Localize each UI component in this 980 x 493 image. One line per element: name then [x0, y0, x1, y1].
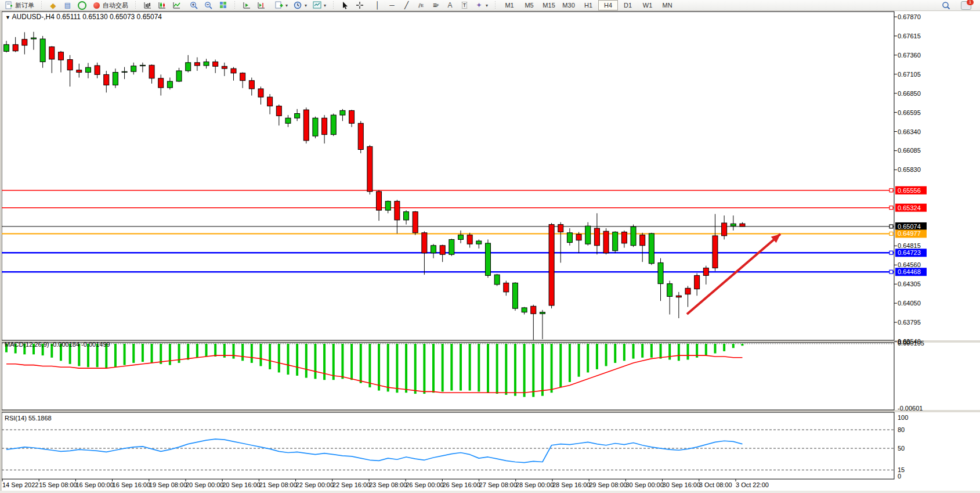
- crosshair-button[interactable]: [352, 0, 367, 11]
- autotrading-button[interactable]: 自动交易: [89, 0, 131, 11]
- fibonacci-button[interactable]: ≣F: [428, 0, 443, 11]
- timeframe-button-m30[interactable]: M30: [559, 0, 578, 10]
- zoom-in-button[interactable]: [187, 0, 201, 11]
- candle-bearish: [422, 233, 427, 253]
- window-bottom-edge: [0, 491, 980, 493]
- candle-bearish: [722, 223, 727, 236]
- cursor-button[interactable]: [338, 0, 352, 11]
- tile-windows-button[interactable]: [216, 0, 230, 11]
- candle-bullish: [31, 38, 36, 39]
- candlestick-chart-button[interactable]: [154, 0, 169, 11]
- crosshair-icon: [355, 1, 364, 10]
- panel-separator[interactable]: [2, 340, 980, 343]
- candle-bullish: [658, 262, 663, 283]
- level-line-handle[interactable]: [889, 270, 893, 274]
- timeframe-button-d1[interactable]: D1: [618, 0, 638, 10]
- level-line-handle[interactable]: [889, 232, 893, 235]
- candle-bullish: [295, 114, 300, 118]
- profile-button[interactable]: ◆: [46, 0, 60, 11]
- price-tick-label: 0.64305: [898, 280, 921, 287]
- arrow-tools-button[interactable]: ✦▾: [472, 0, 491, 11]
- chart-shift-button[interactable]: [254, 0, 268, 11]
- notification-button[interactable]: 1: [958, 0, 974, 11]
- new-chart-button[interactable]: ▾: [272, 0, 291, 11]
- main-toolbar: 新订单 ◆ ▤ 自动交易 ▾: [0, 0, 980, 11]
- macd-label: MACD(12,26,9) -0.000184 -0.001499: [5, 341, 110, 348]
- fibonacci-icon: ≣F: [431, 1, 440, 10]
- candle-bullish: [340, 110, 345, 115]
- period-button[interactable]: ▾: [291, 0, 310, 11]
- mt4-terminal-window: { "toolbar": { "new_order_label": "新订单",…: [0, 0, 980, 493]
- candle-bullish: [40, 39, 45, 62]
- price-tick-label: 0.64815: [898, 242, 921, 249]
- vertical-line-button[interactable]: │: [370, 0, 385, 11]
- candle-bullish: [485, 243, 490, 276]
- toolbar-grip[interactable]: [494, 1, 497, 9]
- candle-bullish: [122, 71, 127, 72]
- price-tick-label: 0.67360: [898, 52, 921, 59]
- time-axis-label: 27 Sep 08:00: [479, 481, 517, 488]
- market-scan-button[interactable]: [75, 0, 89, 11]
- channel-button[interactable]: ⫽E: [414, 0, 428, 11]
- time-axis-label: 26 Sep 00:00: [406, 481, 443, 488]
- rsi-axis-label: 0: [898, 473, 901, 480]
- candle-bearish: [258, 89, 263, 97]
- timeframe-button-w1[interactable]: W1: [638, 0, 657, 10]
- macd-panel[interactable]: [2, 343, 894, 410]
- timeframe-button-m1[interactable]: M1: [500, 0, 519, 10]
- vertical-line-icon: │: [373, 1, 382, 10]
- text-button[interactable]: A: [443, 0, 457, 11]
- timeframe-button-m5[interactable]: M5: [519, 0, 539, 10]
- panel-separator[interactable]: [2, 410, 980, 412]
- new-order-button[interactable]: 新订单: [2, 0, 37, 11]
- timeframe-button-mn[interactable]: MN: [657, 0, 677, 10]
- rsi-panel[interactable]: [2, 412, 894, 479]
- candle-bearish: [67, 60, 73, 70]
- candle-bearish: [676, 296, 681, 297]
- level-line-handle[interactable]: [889, 189, 893, 192]
- timeframe-button-h4[interactable]: H4: [598, 0, 618, 10]
- zoom-out-button[interactable]: [201, 0, 216, 11]
- toolbar-grip[interactable]: [233, 1, 236, 9]
- timeframe-button-h1[interactable]: H1: [578, 0, 598, 10]
- toolbar-grip[interactable]: [134, 1, 137, 9]
- toolbar-grip[interactable]: [40, 1, 43, 9]
- main-price-panel[interactable]: [2, 12, 894, 340]
- time-axis-label: 14 Sep 2022: [2, 481, 38, 488]
- chart-title-text: AUDUSD-,H4 0.65111 0.65130 0.65073 0.650…: [12, 13, 162, 21]
- search-button[interactable]: [939, 0, 953, 11]
- level-line-handle[interactable]: [889, 225, 893, 228]
- time-axis-label: 22 Sep 00:00: [296, 481, 334, 488]
- timeframe-button-m15[interactable]: M15: [539, 0, 559, 10]
- search-icon: [942, 1, 950, 10]
- candle-bearish: [13, 45, 18, 51]
- candle-bullish: [512, 283, 518, 308]
- candle-bearish: [367, 146, 373, 191]
- label-icon: T: [460, 1, 469, 10]
- candle-bearish: [358, 123, 363, 149]
- auto-scroll-button[interactable]: [239, 0, 254, 11]
- bar-chart-icon: [143, 1, 151, 10]
- toolbar-grip[interactable]: [332, 1, 335, 9]
- trendline-button[interactable]: ╱: [399, 0, 414, 11]
- candle-bearish: [240, 73, 245, 81]
- bar-chart-button[interactable]: [140, 0, 154, 11]
- candle-bearish: [194, 63, 200, 66]
- level-line-handle[interactable]: [889, 251, 893, 254]
- price-badge-label: 0.65324: [898, 204, 921, 211]
- horizontal-line-button[interactable]: ─: [385, 0, 399, 11]
- macd-axis-min-label: -0.00601: [898, 405, 923, 412]
- candle-bearish: [395, 201, 400, 220]
- horizontal-line-icon: ─: [388, 1, 396, 10]
- template-button[interactable]: ▾: [310, 0, 329, 11]
- notification-icon: 1: [961, 1, 971, 10]
- label-button[interactable]: T: [457, 0, 472, 11]
- line-chart-button[interactable]: [169, 0, 183, 11]
- candle-bearish: [713, 236, 718, 268]
- price-chart-canvas[interactable]: 0.0001050.00-0.0060110080501500.678700.6…: [0, 0, 980, 493]
- level-line-handle[interactable]: [889, 206, 893, 210]
- time-axis-label: 16 Sep 00:00: [75, 481, 113, 488]
- charts-window-button[interactable]: ▤: [60, 0, 75, 11]
- zoom-in-icon: [190, 1, 198, 10]
- chart-dropdown-caret[interactable]: ▼: [5, 15, 10, 20]
